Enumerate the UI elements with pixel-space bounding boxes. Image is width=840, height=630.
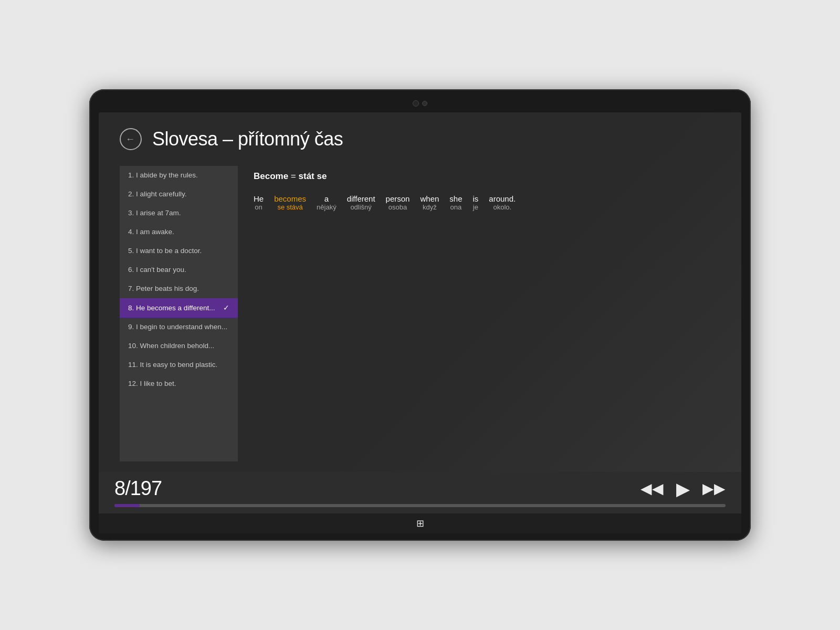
camera-lens: [413, 100, 419, 107]
list-item-text: 9. I begin to understand when...: [128, 323, 227, 331]
back-arrow-icon: ←: [125, 134, 135, 144]
list-item-text: 8. He becomes a different...: [128, 304, 215, 312]
equals-sign: =: [288, 171, 298, 181]
content-panel: Become = stát se Heonbecomesse stáváaněj…: [238, 166, 720, 461]
word-cs: okolo.: [493, 203, 511, 211]
word-cs: se stává: [277, 203, 302, 211]
sentence-display: Heonbecomesse stáváanějakýdifferentodliš…: [254, 194, 705, 211]
word-group: personosoba: [386, 194, 410, 211]
main-area: 1. I abide by the rules.2. I alight care…: [120, 166, 720, 461]
list-item[interactable]: 7. Peter beats his dog.: [120, 279, 238, 298]
tablet-device: ← Slovesa – přítomný čas 1. I abide by t…: [89, 89, 751, 541]
check-icon: ✓: [223, 303, 229, 312]
list-item[interactable]: 11. It is easy to bend plastic.: [120, 355, 238, 374]
screen: ← Slovesa – přítomný čas 1. I abide by t…: [99, 112, 741, 533]
word-cs: nějaký: [317, 203, 337, 211]
word-group: around.okolo.: [489, 194, 516, 211]
page-title: Slovesa – přítomný čas: [152, 128, 343, 150]
list-item-text: 1. I abide by the rules.: [128, 171, 198, 179]
word-group: becomesse stává: [274, 194, 306, 211]
definition-header: Become = stát se: [254, 171, 705, 182]
word-cs: osoba: [388, 203, 407, 211]
bottom-bar: 8/197 ◀◀ ▶ ▶▶: [99, 472, 741, 513]
word-cs: ona: [450, 203, 462, 211]
word-en: she: [449, 194, 462, 203]
list-item-text: 5. I want to be a doctor.: [128, 247, 202, 255]
app-content: ← Slovesa – přítomný čas 1. I abide by t…: [99, 112, 741, 472]
word-en: a: [324, 194, 329, 203]
word-group: sheona: [449, 194, 462, 211]
sentence-list: 1. I abide by the rules.2. I alight care…: [120, 166, 238, 461]
play-button[interactable]: ▶: [676, 478, 690, 499]
word-en: is: [473, 194, 479, 203]
list-item[interactable]: 10. When children behold...: [120, 337, 238, 355]
header: ← Slovesa – přítomný čas: [120, 128, 720, 150]
word-group: differentodlišný: [347, 194, 375, 211]
list-item[interactable]: 9. I begin to understand when...: [120, 318, 238, 337]
windows-logo-icon[interactable]: ⊞: [416, 518, 424, 529]
list-item-text: 2. I alight carefully.: [128, 190, 187, 198]
word-cs: je: [473, 203, 478, 211]
camera-area: [413, 99, 427, 108]
progress-bar-container: [114, 504, 726, 507]
verb-cs: stát se: [299, 171, 327, 181]
word-group: Heon: [254, 194, 264, 211]
word-en: person: [386, 194, 410, 203]
list-item[interactable]: 6. I can't bear you.: [120, 260, 238, 279]
controls-row: 8/197 ◀◀ ▶ ▶▶: [114, 472, 726, 504]
prev-button[interactable]: ◀◀: [640, 480, 664, 497]
playback-controls: ◀◀ ▶ ▶▶: [640, 478, 726, 499]
progress-bar-fill: [114, 504, 140, 507]
word-group: isje: [473, 194, 479, 211]
list-item[interactable]: 12. I like to bet.: [120, 374, 238, 393]
list-item[interactable]: 5. I want to be a doctor.: [120, 242, 238, 260]
list-item[interactable]: 1. I abide by the rules.: [120, 166, 238, 185]
next-button[interactable]: ▶▶: [702, 480, 726, 497]
word-en: around.: [489, 194, 516, 203]
word-en: becomes: [274, 194, 306, 203]
word-group: anějaký: [317, 194, 337, 211]
list-item-text: 12. I like to bet.: [128, 380, 176, 387]
list-item[interactable]: 4. I am awake.: [120, 223, 238, 242]
word-en: He: [254, 194, 264, 203]
word-cs: on: [255, 203, 262, 211]
verb-en: Become: [254, 171, 288, 181]
word-en: when: [420, 194, 439, 203]
list-item-text: 10. When children behold...: [128, 342, 214, 350]
taskbar: ⊞: [99, 513, 741, 533]
camera-indicator: [422, 101, 427, 106]
progress-counter: 8/197: [114, 477, 162, 500]
verb-title: Become = stát se: [254, 171, 327, 181]
list-item-text: 11. It is easy to bend plastic.: [128, 361, 217, 369]
list-item[interactable]: 3. I arise at 7am.: [120, 204, 238, 223]
list-item[interactable]: 8. He becomes a different...✓: [120, 298, 238, 318]
list-item[interactable]: 2. I alight carefully.: [120, 185, 238, 204]
list-item-text: 7. Peter beats his dog.: [128, 285, 199, 292]
word-group: whenkdyž: [420, 194, 439, 211]
word-en: different: [347, 194, 375, 203]
list-item-text: 4. I am awake.: [128, 228, 174, 236]
word-cs: odlišný: [350, 203, 371, 211]
back-button[interactable]: ←: [120, 128, 142, 150]
list-item-text: 6. I can't bear you.: [128, 266, 186, 274]
word-cs: když: [423, 203, 437, 211]
list-item-text: 3. I arise at 7am.: [128, 209, 181, 217]
